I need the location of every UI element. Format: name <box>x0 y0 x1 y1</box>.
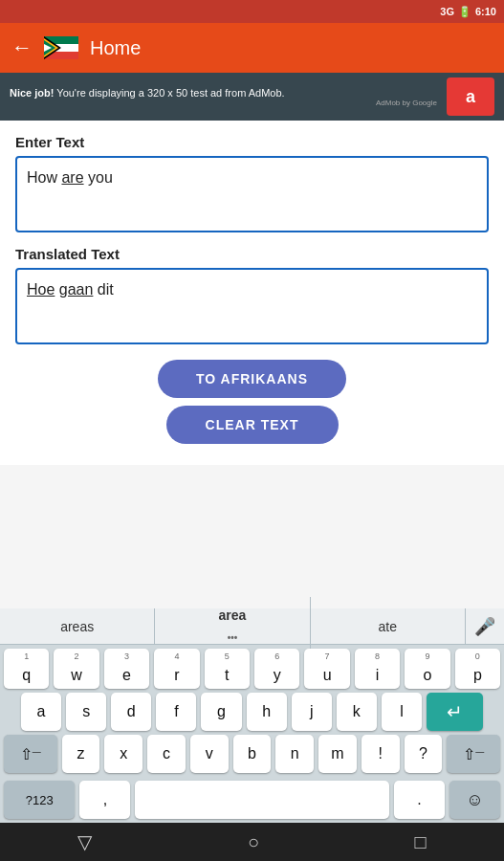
key-t[interactable]: 5t <box>205 649 250 689</box>
key-q[interactable]: 1q <box>4 649 49 689</box>
nav-back-button[interactable]: ▽ <box>77 830 92 853</box>
comma-key[interactable]: , <box>79 781 130 819</box>
mic-button[interactable]: 🎤 <box>466 616 504 637</box>
key-h[interactable]: h <box>247 693 287 731</box>
space-key[interactable] <box>135 781 388 819</box>
key-r[interactable]: 4r <box>154 649 199 689</box>
key-j[interactable]: j <box>292 693 332 731</box>
app-title: Home <box>90 37 141 59</box>
back-button[interactable]: ← <box>11 35 33 60</box>
key-d[interactable]: d <box>111 693 151 731</box>
admob-label: AdMob by Google <box>10 99 437 107</box>
key-b[interactable]: b <box>233 735 272 773</box>
key-u[interactable]: 7u <box>304 649 349 689</box>
key-z[interactable]: z <box>62 735 100 773</box>
ad-banner: Nice job! You're displaying a 320 x 50 t… <box>0 73 504 121</box>
key-p[interactable]: 0p <box>455 649 500 689</box>
key-f[interactable]: f <box>156 693 196 731</box>
suggestion-area[interactable]: area ••• <box>155 597 310 656</box>
ad-logo: a <box>447 77 494 116</box>
key-o[interactable]: 9o <box>405 649 449 689</box>
shift-key[interactable]: ⇧— <box>4 735 57 773</box>
suggestions-bar: areas area ••• ate 🎤 <box>0 608 504 645</box>
ad-text: Nice job! You're displaying a 320 x 50 t… <box>10 87 437 99</box>
translate-button[interactable]: TO AFRIKAANS <box>158 360 346 398</box>
key-v[interactable]: v <box>190 735 229 773</box>
time-display: 6:10 <box>475 6 496 17</box>
key-exclaim[interactable]: ! <box>362 735 400 773</box>
key-x[interactable]: x <box>104 735 142 773</box>
key-w[interactable]: 2w <box>54 649 99 689</box>
status-bar-right: 3G 🔋 6:10 <box>440 6 496 18</box>
key-y[interactable]: 6y <box>254 649 299 689</box>
key-c[interactable]: c <box>147 735 186 773</box>
key-a[interactable]: a <box>21 693 61 731</box>
suggestion-areas[interactable]: areas <box>0 608 155 645</box>
text-input[interactable]: How are you <box>15 156 489 232</box>
key-e[interactable]: 3e <box>104 649 149 689</box>
keyboard: areas area ••• ate 🎤 1q 2w 3e 4r 5t 6y 7… <box>0 608 504 823</box>
numbers-key[interactable]: ?123 <box>4 781 75 819</box>
key-k[interactable]: k <box>337 693 377 731</box>
app-bar: ← Home <box>0 23 504 73</box>
nav-recent-button[interactable]: □ <box>415 831 427 853</box>
emoji-key[interactable]: ☺ <box>449 781 500 819</box>
period-key[interactable]: . <box>394 781 445 819</box>
enter-key[interactable]: ↵ <box>427 693 483 731</box>
clear-button[interactable]: CLEAR TEXT <box>166 406 339 444</box>
key-l[interactable]: l <box>382 693 422 731</box>
translated-text-box: Hoe gaan dit <box>15 268 489 344</box>
buttons-row: TO AFRIKAANS CLEAR TEXT <box>15 360 489 444</box>
key-question[interactable]: ? <box>405 735 443 773</box>
key-i[interactable]: 8i <box>355 649 400 689</box>
main-content: Enter Text How are you Translated Text H… <box>0 121 504 465</box>
key-s[interactable]: s <box>66 693 106 731</box>
key-g[interactable]: g <box>201 693 241 731</box>
status-bar: 3G 🔋 6:10 <box>0 0 504 23</box>
suggestion-ate[interactable]: ate <box>311 608 466 645</box>
shift-key-right[interactable]: ⇧— <box>447 735 500 773</box>
key-m[interactable]: m <box>318 735 357 773</box>
flag-icon <box>44 36 78 59</box>
nav-home-button[interactable]: ○ <box>248 831 259 853</box>
nav-bar: ▽ ○ □ <box>0 823 504 861</box>
key-n[interactable]: n <box>275 735 314 773</box>
battery-icon: 🔋 <box>458 6 471 18</box>
bottom-letter-row: ⇧— z x c v b n m ! ? ⇧— <box>0 731 504 777</box>
translated-text-label: Translated Text <box>15 246 489 262</box>
space-row: ?123 , . ☺ <box>0 777 504 823</box>
enter-text-label: Enter Text <box>15 134 489 150</box>
middle-row: a s d f g h j k l ↵ <box>0 693 504 731</box>
signal-icon: 3G <box>440 6 454 17</box>
